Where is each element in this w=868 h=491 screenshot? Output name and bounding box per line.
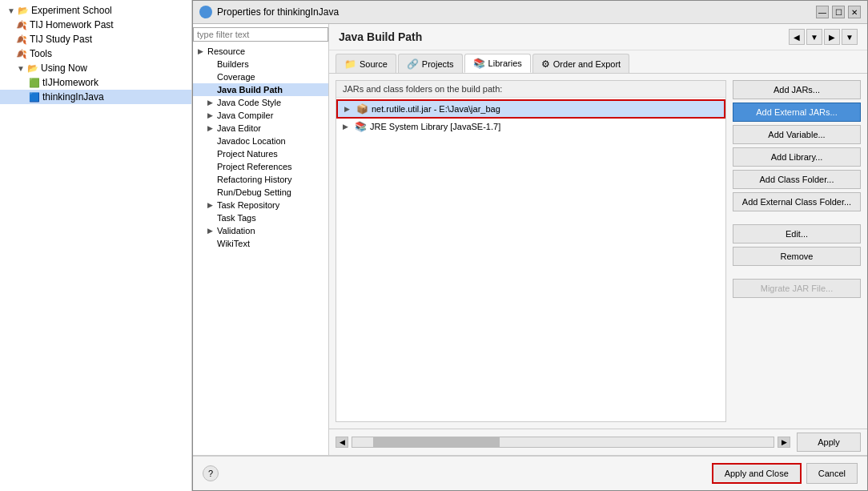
apply-button[interactable]: Apply — [797, 433, 861, 452]
nav-item-label: Java Build Path — [217, 85, 283, 95]
nav-item-javadoc[interactable]: Javadoc Location — [193, 135, 328, 147]
library-item-jre[interactable]: ▶ 📚 JRE System Library [JavaSE-1.7] — [336, 119, 725, 135]
nav-arrow-icon: ▶ — [207, 201, 215, 209]
nav-item-project-references[interactable]: Project References — [193, 160, 328, 173]
nav-item-wiki-text[interactable]: WikiText — [193, 237, 328, 250]
tab-order-export[interactable]: ⚙ Order and Export — [532, 54, 629, 73]
sidebar-item-tij-homework[interactable]: 🍂 TIJ Homework Past — [0, 18, 191, 32]
add-variable-button[interactable]: Add Variable... — [733, 125, 861, 144]
sidebar-item-label: Tools — [30, 48, 52, 59]
tab-label: Projects — [422, 59, 454, 69]
nav-item-label: Builders — [217, 59, 249, 69]
nav-arrow-icon: ▶ — [207, 99, 215, 107]
sidebar-item-using-now[interactable]: ▼ 📂 Using Now — [0, 61, 191, 75]
close-button[interactable]: ✕ — [848, 6, 861, 18]
dialog-icon — [199, 6, 212, 18]
sidebar-item-tools[interactable]: 🍂 Tools — [0, 46, 191, 61]
add-external-class-folder-button[interactable]: Add External Class Folder... — [733, 192, 861, 211]
nav-item-label: Refactoring History — [217, 175, 292, 184]
folder-icon: 🍂 — [16, 34, 27, 45]
nav-item-label: Coverage — [217, 72, 255, 82]
tab-label: Libraries — [488, 58, 522, 68]
jre-icon: 📚 — [354, 120, 367, 133]
tab-source[interactable]: 📁 Source — [336, 54, 396, 73]
dialog-title-area: Properties for thinkingInJava — [199, 6, 339, 18]
sidebar-item-tij-study[interactable]: 🍂 TIJ Study Past — [0, 32, 191, 46]
projects-tab-icon: 🔗 — [407, 58, 419, 70]
back-button[interactable]: ◀ — [789, 29, 805, 45]
jar-icon: 📦 — [356, 103, 368, 115]
nav-arrow-icon: ▶ — [207, 111, 215, 119]
add-external-jars-button[interactable]: Add External JARs... — [733, 103, 861, 122]
minimize-button[interactable]: — — [816, 6, 829, 18]
sidebar-item-label: tIJHomework — [42, 77, 98, 88]
nav-item-java-compiler[interactable]: ▶ Java Compiler — [193, 109, 328, 122]
nav-item-coverage[interactable]: Coverage — [193, 70, 328, 83]
libraries-tab-icon: 📚 — [473, 58, 485, 69]
edit-button[interactable]: Edit... — [733, 224, 861, 243]
add-class-folder-button[interactable]: Add Class Folder... — [733, 170, 861, 189]
nav-arrows: ◀ ▼ ▶ ▼ — [789, 29, 858, 45]
filter-input[interactable] — [193, 27, 328, 42]
migrate-jar-button[interactable]: Migrate JAR File... — [733, 279, 861, 298]
help-button[interactable]: ? — [203, 465, 219, 481]
lib-item-label: JRE System Library [JavaSE-1.7] — [370, 122, 500, 131]
apply-and-close-button[interactable]: Apply and Close — [712, 463, 802, 484]
lib-item-label: net.rutile.util.jar - E:\Java\jar_bag — [372, 104, 500, 114]
nav-item-resource[interactable]: ▶ Resource — [193, 45, 328, 58]
nav-item-label: Project References — [217, 162, 292, 171]
scroll-left-button[interactable]: ◀ — [336, 437, 348, 448]
nav-item-java-code-style[interactable]: ▶ Java Code Style — [193, 96, 328, 109]
nav-item-run-debug[interactable]: Run/Debug Setting — [193, 186, 328, 199]
project-explorer: ▼ 📂 Experiment School 🍂 TIJ Homework Pas… — [0, 0, 192, 491]
nav-item-task-repository[interactable]: ▶ Task Repository — [193, 199, 328, 211]
sidebar-item-label: TIJ Study Past — [30, 34, 92, 45]
nav-item-label: Resource — [207, 46, 245, 56]
order-tab-icon: ⚙ — [541, 58, 550, 70]
sidebar-item-label: TIJ Homework Past — [30, 19, 114, 30]
nav-tree: ▶ Resource Builders Coverage Java Build … — [193, 24, 329, 455]
remove-button[interactable]: Remove — [733, 247, 861, 266]
project-icon: 🟩 — [29, 77, 40, 88]
library-item-jar[interactable]: ▶ 📦 net.rutile.util.jar - E:\Java\jar_ba… — [336, 99, 725, 119]
tabs-bar: 📁 Source 🔗 Projects 📚 Libraries ⚙ Order … — [329, 50, 867, 74]
source-tab-icon: 📁 — [344, 58, 356, 70]
tab-content-area: JARs and class folders on the build path… — [329, 74, 867, 429]
nav-item-label: Javadoc Location — [217, 136, 286, 146]
scroll-right-button[interactable]: ▶ — [778, 437, 790, 448]
project-icon: 🟦 — [29, 91, 40, 103]
tab-libraries[interactable]: 📚 Libraries — [464, 54, 531, 73]
nav-item-builders[interactable]: Builders — [193, 58, 328, 70]
content-area: Java Build Path ◀ ▼ ▶ ▼ 📁 Source 🔗 Proje… — [329, 24, 867, 455]
forward-dropdown-button[interactable]: ▼ — [842, 29, 858, 45]
dialog-body: ▶ Resource Builders Coverage Java Build … — [193, 24, 867, 455]
sidebar-item-label: thinkingInJava — [42, 91, 104, 103]
nav-item-task-tags[interactable]: Task Tags — [193, 211, 328, 224]
nav-item-java-editor[interactable]: ▶ Java Editor — [193, 122, 328, 135]
footer-right: Apply and Close Cancel — [712, 463, 858, 484]
add-library-button[interactable]: Add Library... — [733, 147, 861, 167]
nav-item-label: Java Editor — [217, 123, 261, 133]
horizontal-scrollbar[interactable] — [352, 437, 774, 448]
nav-item-label: Run/Debug Setting — [217, 187, 291, 197]
tab-label: Source — [360, 59, 388, 69]
tab-projects[interactable]: 🔗 Projects — [398, 54, 463, 73]
sidebar-item-experiment-school[interactable]: ▼ 📂 Experiment School — [0, 3, 191, 18]
sidebar-item-tij-homework-proj[interactable]: 🟩 tIJHomework — [0, 75, 191, 90]
sidebar-item-thinking-in-java[interactable]: 🟦 thinkingInJava — [0, 90, 191, 104]
nav-item-project-natures[interactable]: Project Natures — [193, 147, 328, 160]
nav-item-validation[interactable]: ▶ Validation — [193, 224, 328, 237]
folder-icon: 🍂 — [16, 48, 27, 59]
dropdown-button[interactable]: ▼ — [806, 29, 822, 45]
add-jars-button[interactable]: Add JARs... — [733, 80, 861, 99]
action-buttons-panel: Add JARs... Add External JARs... Add Var… — [733, 80, 861, 422]
expand-icon: ▶ — [343, 123, 352, 131]
nav-item-refactoring[interactable]: Refactoring History — [193, 173, 328, 186]
forward-button[interactable]: ▶ — [824, 29, 840, 45]
cancel-button[interactable]: Cancel — [806, 463, 858, 484]
properties-dialog: Properties for thinkingInJava — ☐ ✕ ▶ Re… — [192, 0, 868, 491]
expand-icon: ▼ — [16, 63, 26, 73]
nav-item-java-build-path[interactable]: Java Build Path — [193, 83, 328, 96]
sidebar-item-label: Experiment School — [31, 5, 112, 16]
maximize-button[interactable]: ☐ — [832, 6, 845, 18]
